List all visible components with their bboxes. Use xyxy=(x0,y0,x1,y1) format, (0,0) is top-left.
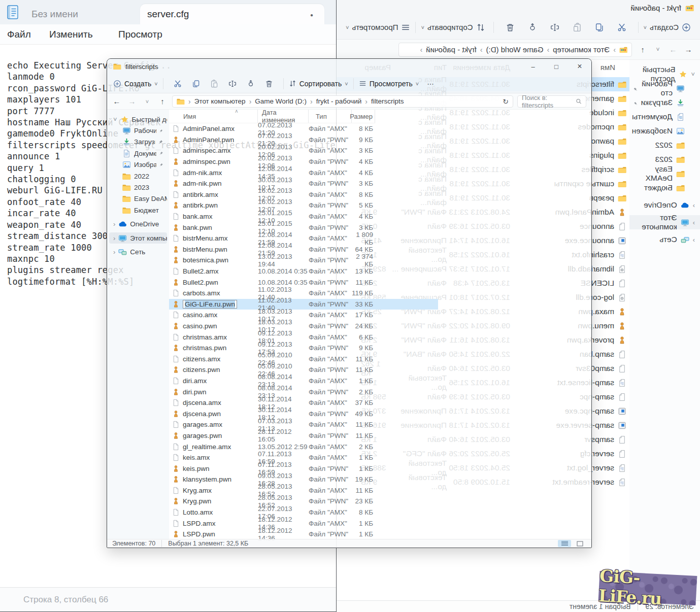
sidebar-item-folder[interactable]: 2023 xyxy=(109,182,167,193)
view-button[interactable]: Просмотреть ˅ xyxy=(359,80,419,88)
file-row[interactable]: Bullet2.amx10.08.2014 0:35Файл "AMX"13 К… xyxy=(169,266,591,277)
up-button[interactable]: ↑ xyxy=(155,97,170,106)
minimize-button[interactable]: – xyxy=(521,59,545,74)
breadcrumb[interactable]: ›Этот компьютер›Game World (D:)›frykt - … xyxy=(172,95,513,108)
tab-untitled[interactable]: Без имени xyxy=(24,4,140,24)
copy-icon[interactable] xyxy=(595,23,604,32)
tab-server-cfg[interactable]: server.cfg ● xyxy=(140,4,324,24)
recent-locations-button[interactable]: ˅ xyxy=(140,98,155,105)
more-options-button[interactable]: ⋯ xyxy=(427,80,434,88)
file-row[interactable]: diri.pwn08.08.2014 23:13Файл "PWN"2 КБ xyxy=(169,386,591,397)
sidebar-item-folder[interactable]: Бюджет xyxy=(629,181,700,195)
sidebar-item-pictures[interactable]: Изображен xyxy=(109,159,167,171)
breadcrumb-item[interactable]: Game World (D:) xyxy=(255,97,307,105)
column-name[interactable]: Имя ˄ xyxy=(169,110,258,123)
file-row[interactable]: bank.amx25.01.2015 12:10Файл "AMX"4 КБ xyxy=(169,211,591,222)
breadcrumb-item[interactable]: Этот компьютер xyxy=(553,45,610,54)
sidebar-item-onedrive[interactable]: ›OneDrive xyxy=(629,198,700,212)
file-row[interactable]: Lotto.amx22.07.2013 17:06Файл "AMX"8 КБ xyxy=(169,507,591,518)
file-row[interactable]: casino.pwn18.03.2013 10:17Файл "PWN"24 К… xyxy=(169,321,591,332)
file-row[interactable]: bank.pwn25.01.2015 12:10Файл "PWN"3 КБ xyxy=(169,222,591,233)
sidebar-item-documents[interactable]: Документы xyxy=(629,110,700,124)
sidebar-item-computer[interactable]: ›Этот компьюте xyxy=(629,215,700,229)
file-row[interactable]: casino.amx18.03.2013 10:17Файл "AMX"17 К… xyxy=(169,310,591,321)
collapse-icon[interactable]: ˅ xyxy=(691,71,695,78)
file-row[interactable]: djscena.amx30.11.2014 18:12Файл "AMX"37 … xyxy=(169,397,591,409)
sidebar-item-star[interactable]: ˅Быстрый доступ xyxy=(109,114,167,125)
delete-icon[interactable] xyxy=(265,80,273,88)
sidebar-item-network[interactable]: ›Сеть xyxy=(629,232,700,247)
sidebar-item-documents[interactable]: Документы xyxy=(109,148,167,159)
file-row[interactable]: garages.pwn28.11.2012 16:05Файл "PWN"11 … xyxy=(169,430,591,441)
large-icons-view-button[interactable] xyxy=(573,540,586,547)
collapse-icon[interactable]: ˅ xyxy=(113,116,117,123)
file-row[interactable]: LSPD.amx18.12.2012 14:36Файл "AMX"1 КБ xyxy=(169,518,591,529)
file-row[interactable]: citizens.pwn05.09.2010 22:46Файл "PWN"11… xyxy=(169,364,591,376)
sort-button[interactable]: Сортировать ˅ xyxy=(289,80,348,88)
file-row[interactable]: carbots.amx11.02.2013 21:40Файл "AMX"119… xyxy=(169,288,591,299)
file-row[interactable]: LSPD.pwn18.12.2012 14:36Файл "PWN"1 КБ xyxy=(169,529,591,540)
sort-button[interactable]: Сортировать ˅ xyxy=(421,23,485,32)
window-titlebar[interactable]: filterscripts – □ × xyxy=(107,59,591,74)
search-input[interactable]: Поиск в: filterscripts xyxy=(517,95,586,108)
create-button[interactable]: Создать ˅ xyxy=(113,80,158,88)
file-row[interactable]: Bullet2.pwn10.08.2014 0:35Файл "PWN"11 К… xyxy=(169,277,591,288)
paste-icon[interactable] xyxy=(573,23,582,32)
breadcrumb[interactable]: ›Этот компьютер›Game World (D:)›frykt - … xyxy=(398,43,632,57)
expand-icon[interactable]: › xyxy=(113,248,115,256)
sidebar-item-desktop[interactable]: Рабочий сто xyxy=(629,81,700,95)
file-row[interactable]: klansystem.pwn09.03.2013 16:28Файл "PWN"… xyxy=(169,474,591,485)
file-row[interactable]: keis.amx07.11.2013 16:59Файл "AMX"1 КБ xyxy=(169,452,591,463)
recent-locations-button[interactable]: ˅ xyxy=(650,46,665,53)
expand-icon[interactable]: › xyxy=(113,234,115,242)
file-row[interactable]: diri.amx08.08.2014 23:13Файл "AMX"1 КБ xyxy=(169,376,591,387)
rename-icon[interactable] xyxy=(228,80,237,88)
file-row[interactable]: antibrk.amx16.02.2013 12:07Файл "AMX"8 К… xyxy=(169,189,591,200)
sidebar-item-download[interactable]: Загрузки xyxy=(629,95,700,110)
forward-button[interactable]: → xyxy=(665,45,681,54)
details-view-button[interactable] xyxy=(558,540,571,547)
cut-icon[interactable] xyxy=(617,23,626,32)
column-size[interactable]: Размер xyxy=(352,110,375,123)
file-row[interactable]: Kryg.amx28.05.2013 16:52Файл "AMX"11 КБ xyxy=(169,485,591,496)
refresh-button[interactable]: ↻ xyxy=(503,97,509,106)
maximize-button[interactable]: □ xyxy=(545,59,568,74)
sidebar-item-download[interactable]: Загрузки xyxy=(109,137,167,148)
sidebar-item-folder[interactable]: Бюджет xyxy=(109,205,167,216)
menu-view[interactable]: Просмотр xyxy=(118,29,179,40)
sidebar-item-folder[interactable]: Easy DeAMX xyxy=(629,166,700,181)
sidebar-item-computer[interactable]: ›Этот компьюте xyxy=(109,232,167,244)
file-row[interactable]: adminspec.amx20.02.2013 12:06Файл "AMX"3… xyxy=(169,145,591,156)
breadcrumb-item[interactable]: frykt - рабочий xyxy=(426,45,477,54)
sidebar-item-folder[interactable]: 2022 xyxy=(109,171,167,182)
file-row[interactable]: gl_realtime.amx13.05.2012 2:59Файл "AMX"… xyxy=(169,441,591,452)
expand-icon[interactable]: › xyxy=(693,236,695,244)
file-row[interactable]: adm-nik.amx12.08.2014 14:35Файл "AMX"4 К… xyxy=(169,167,591,178)
sidebar-item-network[interactable]: ›Сеть xyxy=(109,246,167,257)
file-row[interactable]: garages.amx07.03.2013 21:13Файл "AMX"11 … xyxy=(169,419,591,430)
cut-icon[interactable] xyxy=(174,80,182,88)
file-row[interactable]: citizens.amx05.09.2010 22:46Файл "AMX"11… xyxy=(169,353,591,364)
sidebar-item-folder[interactable]: Easy DeAMX xyxy=(109,193,167,205)
sidebar-item-onedrive[interactable]: ›OneDrive xyxy=(109,219,167,230)
close-button[interactable]: × xyxy=(568,59,591,74)
forward-button[interactable]: → xyxy=(124,97,140,106)
back-button[interactable]: ← xyxy=(109,97,124,106)
file-row[interactable]: djscena.pwn30.11.2014 18:12Файл "PWN"49 … xyxy=(169,408,591,419)
column-type[interactable]: Тип xyxy=(309,110,352,123)
delete-icon[interactable] xyxy=(506,23,515,32)
paste-icon[interactable] xyxy=(210,80,218,88)
file-row[interactable]: botesmica.pwn13.02.2013 19:44Файл "PWN"2… xyxy=(169,255,591,266)
create-button[interactable]: Создать ˅ xyxy=(644,23,691,32)
file-row[interactable]: Kryg.pwn28.05.2013 16:52Файл "PWN"23 КБ xyxy=(169,496,591,507)
breadcrumb-item[interactable]: filterscripts xyxy=(371,97,404,105)
breadcrumb-item[interactable]: Game World (D:) xyxy=(486,45,543,54)
sidebar-item-pictures[interactable]: Изображен xyxy=(629,124,700,138)
file-row[interactable]: christmas.amx09.12.2013 18:01Файл "AMX"6… xyxy=(169,331,591,343)
file-row[interactable]: AdminPanel.amx07.02.2013 21:20Файл "AMX"… xyxy=(169,123,591,134)
sidebar-item-desktop[interactable]: Рабочий сто xyxy=(109,125,167,136)
expand-icon[interactable]: › xyxy=(693,201,695,209)
file-row[interactable]: christmas.pwn09.12.2013 17:53Файл "PWN"9… xyxy=(169,343,591,354)
copy-icon[interactable] xyxy=(192,80,200,88)
up-button[interactable]: ↑ xyxy=(635,45,650,54)
